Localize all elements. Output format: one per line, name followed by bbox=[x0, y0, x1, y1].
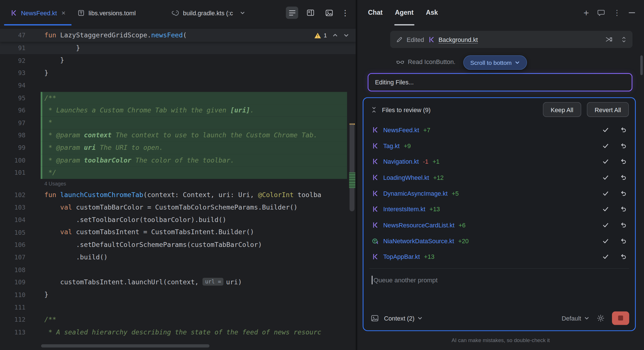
conversations-icon[interactable] bbox=[597, 9, 605, 16]
warning-icon[interactable] bbox=[314, 32, 321, 39]
keep-all-button[interactable]: Keep All bbox=[543, 102, 581, 117]
usages-inlay-hint[interactable]: 4 Usages bbox=[0, 179, 356, 189]
revert-file-button[interactable] bbox=[620, 158, 627, 165]
edited-label: Edited bbox=[407, 36, 424, 43]
model-selector[interactable]: Default bbox=[562, 315, 589, 322]
section-divider bbox=[369, 268, 629, 269]
context-selector[interactable]: Context (2) bbox=[379, 315, 423, 322]
split-editor-icon[interactable] bbox=[304, 7, 317, 19]
keep-file-button[interactable] bbox=[602, 253, 609, 261]
stop-button[interactable] bbox=[612, 311, 629, 325]
show-diff-icon[interactable] bbox=[605, 36, 613, 43]
review-file-row[interactable]: NewsFeed.kt+7 bbox=[363, 122, 635, 138]
review-file-row[interactable]: LoadingWheel.kt+12 bbox=[363, 170, 635, 185]
hide-panel-icon[interactable] bbox=[629, 12, 635, 13]
datasource-file-icon bbox=[372, 237, 379, 244]
review-file-name[interactable]: DynamicAsyncImage.kt bbox=[383, 190, 448, 197]
close-tab-icon[interactable]: × bbox=[62, 9, 65, 16]
revert-file-button[interactable] bbox=[620, 237, 627, 244]
revert-file-button[interactable] bbox=[620, 221, 627, 229]
code-line-112: 112/** bbox=[0, 313, 356, 326]
review-file-name[interactable]: InterestsItem.kt bbox=[383, 206, 425, 213]
review-file-name[interactable]: Tag.kt bbox=[383, 142, 400, 149]
read-step: Read IconButton. bbox=[396, 58, 456, 65]
revert-undo-icon bbox=[620, 221, 627, 229]
review-file-row[interactable]: NiaNetworkDataSource.kt+20 bbox=[363, 233, 635, 249]
line-number: 108 bbox=[0, 266, 26, 274]
revert-undo-icon bbox=[620, 174, 627, 181]
review-file-row[interactable]: Navigation.kt-1+1 bbox=[363, 153, 635, 169]
review-file-row[interactable]: InterestsItem.kt+13 bbox=[363, 201, 635, 217]
chat-tab-agent[interactable]: Agent bbox=[395, 0, 414, 25]
line-number: 101 bbox=[0, 169, 26, 176]
chevron-down-icon bbox=[417, 315, 423, 321]
review-file-name[interactable]: NewsResourceCardList.kt bbox=[383, 221, 454, 229]
code-rows: 91 }92 }93}9495/**96 * Launches a Custom… bbox=[0, 42, 356, 339]
review-file-row[interactable]: TopAppBar.kt+13 bbox=[363, 249, 635, 265]
line-number: 97 bbox=[0, 119, 26, 127]
edited-file-card[interactable]: Edited Background.kt bbox=[390, 31, 633, 48]
revert-file-button[interactable] bbox=[620, 174, 627, 181]
review-file-row[interactable]: NewsResourceCardList.kt+6 bbox=[363, 217, 635, 233]
line-number: 91 bbox=[0, 44, 26, 52]
read-glasses-icon bbox=[396, 59, 404, 65]
line-number: 107 bbox=[0, 254, 26, 261]
prev-warning-icon[interactable] bbox=[332, 32, 338, 38]
new-chat-icon[interactable]: + bbox=[583, 8, 589, 17]
revert-all-button[interactable]: Revert All bbox=[587, 102, 629, 117]
keep-check-icon bbox=[602, 158, 609, 165]
code-line-96: 96 * Launches a Custom Chrome Tab with t… bbox=[0, 104, 356, 117]
chat-scrollbar[interactable] bbox=[640, 56, 643, 75]
review-file-row[interactable]: DynamicAsyncImage.kt+5 bbox=[363, 185, 635, 201]
keep-file-button[interactable] bbox=[602, 221, 609, 229]
kotlin-file-icon bbox=[372, 174, 379, 181]
expand-collapse-icon[interactable] bbox=[621, 36, 627, 43]
editor-tab-build-gradle[interactable]: build.gradle.kts (:c bbox=[165, 0, 251, 25]
editor-tab-newsfeed[interactable]: NewsFeed.kt× bbox=[4, 0, 71, 25]
edited-card-actions bbox=[605, 36, 627, 43]
revert-file-button[interactable] bbox=[620, 190, 627, 197]
keep-file-button[interactable] bbox=[602, 206, 609, 213]
scroll-to-bottom-button[interactable]: Scroll to bottom bbox=[463, 56, 527, 70]
collapse-icon[interactable] bbox=[371, 106, 377, 113]
attach-image-icon[interactable] bbox=[371, 315, 379, 322]
review-file-name[interactable]: NiaNetworkDataSource.kt bbox=[383, 237, 454, 244]
settings-gear-icon[interactable] bbox=[597, 314, 605, 322]
status-editing-files: Editing Files... bbox=[368, 73, 633, 91]
keep-check-icon bbox=[602, 126, 609, 133]
keep-file-button[interactable] bbox=[602, 237, 609, 244]
revert-file-button[interactable] bbox=[620, 206, 627, 213]
editor-tab-libs-versions-toml[interactable]: libs.versions.toml bbox=[72, 0, 142, 25]
review-file-name[interactable]: TopAppBar.kt bbox=[383, 253, 420, 261]
view-mode-list-icon[interactable] bbox=[286, 7, 298, 19]
review-file-name[interactable]: Navigation.kt bbox=[383, 158, 419, 165]
keep-check-icon bbox=[602, 221, 609, 229]
diff-added-gutter-bar bbox=[41, 104, 42, 117]
editor-vertical-scrollbar[interactable] bbox=[349, 123, 354, 212]
revert-file-button[interactable] bbox=[620, 142, 627, 149]
added-lines-badge: +5 bbox=[452, 190, 459, 197]
review-file-name[interactable]: NewsFeed.kt bbox=[383, 126, 419, 133]
edited-file-link[interactable]: Background.kt bbox=[438, 36, 478, 43]
editor-more-options-icon[interactable]: ⋮ bbox=[341, 8, 349, 17]
chat-more-options-icon[interactable]: ⋮ bbox=[613, 8, 620, 17]
editor-horizontal-scrollbar[interactable] bbox=[41, 344, 209, 348]
next-warning-icon[interactable] bbox=[343, 32, 349, 38]
screenshot-image-icon[interactable] bbox=[323, 7, 335, 19]
prompt-input[interactable]: Queue another prompt bbox=[372, 276, 438, 284]
removed-lines-badge: -1 bbox=[423, 158, 428, 165]
revert-file-button[interactable] bbox=[620, 126, 627, 133]
keep-file-button[interactable] bbox=[602, 158, 609, 165]
code-line-91: 91 } bbox=[0, 42, 356, 54]
revert-file-button[interactable] bbox=[620, 253, 627, 261]
chat-tab-ask[interactable]: Ask bbox=[426, 0, 438, 25]
review-file-name[interactable]: LoadingWheel.kt bbox=[383, 174, 429, 181]
model-label: Default bbox=[562, 315, 581, 322]
keep-file-button[interactable] bbox=[602, 142, 609, 149]
keep-file-button[interactable] bbox=[602, 174, 609, 181]
review-file-row[interactable]: Tag.kt+9 bbox=[363, 138, 635, 153]
chat-tab-chat[interactable]: Chat bbox=[368, 0, 383, 25]
keep-file-button[interactable] bbox=[602, 126, 609, 133]
keep-file-button[interactable] bbox=[602, 190, 609, 197]
stop-icon bbox=[618, 315, 623, 320]
